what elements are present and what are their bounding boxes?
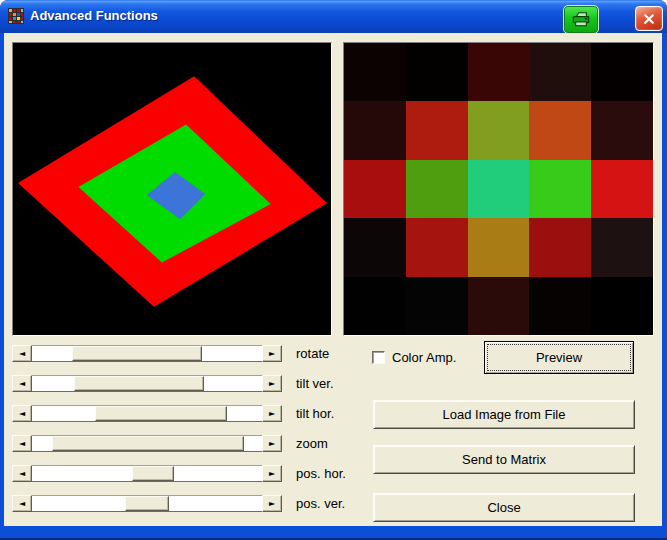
slider-label: tilt ver.: [296, 375, 334, 392]
scroll-left-arrow[interactable]: ◄: [12, 465, 32, 482]
load-image-button[interactable]: Load Image from File: [373, 400, 635, 429]
matrix-cell-r1c2: [468, 101, 530, 159]
slider-row-pos-hor: ◄ ► pos. hor.: [12, 465, 362, 482]
matrix-cell-r0c4: [591, 43, 653, 101]
sliders: ◄ ► rotate ◄ ► tilt ver. ◄ ► tilt hor.: [12, 345, 362, 525]
matrix-cell-r2c1: [406, 160, 468, 218]
scrollbar-pos-hor[interactable]: ◄ ►: [12, 465, 282, 482]
window: Advanced Functions ◄: [0, 0, 667, 540]
matrix-cell-r4c2: [468, 277, 530, 335]
color-amp-checkbox[interactable]: [372, 351, 385, 364]
slider-label: tilt hor.: [296, 405, 334, 422]
slider-label: pos. ver.: [296, 495, 345, 512]
slider-row-rotate: ◄ ► rotate: [12, 345, 362, 362]
scroll-thumb[interactable]: [72, 346, 202, 361]
slider-label: pos. hor.: [296, 465, 346, 482]
scroll-thumb[interactable]: [52, 436, 244, 451]
matrix-cell-r4c1: [406, 277, 468, 335]
matrix-cell-r3c1: [406, 218, 468, 276]
matrix-grid: [344, 43, 653, 335]
matrix-preview-panel: [343, 42, 654, 336]
window-title: Advanced Functions: [30, 8, 158, 23]
color-amp-label: Color Amp.: [392, 350, 456, 365]
slider-row-tilt-ver: ◄ ► tilt ver.: [12, 375, 362, 392]
scroll-right-arrow[interactable]: ►: [262, 495, 282, 512]
matrix-cell-r1c0: [344, 101, 406, 159]
scroll-right-arrow[interactable]: ►: [262, 345, 282, 362]
matrix-cell-r2c3: [529, 160, 591, 218]
matrix-cell-r3c3: [529, 218, 591, 276]
scroll-track[interactable]: [32, 375, 262, 392]
scroll-track[interactable]: [32, 465, 262, 482]
scroll-thumb[interactable]: [132, 466, 174, 481]
scroll-track[interactable]: [32, 405, 262, 422]
matrix-cell-r4c0: [344, 277, 406, 335]
scroll-thumb[interactable]: [125, 496, 169, 511]
scroll-track[interactable]: [32, 495, 262, 512]
matrix-cell-r4c4: [591, 277, 653, 335]
scrollbar-rotate[interactable]: ◄ ►: [12, 345, 282, 362]
matrix-cell-r0c2: [468, 43, 530, 101]
matrix-cell-r0c1: [406, 43, 468, 101]
matrix-cell-r2c2: [468, 160, 530, 218]
scrollbar-tilt-hor[interactable]: ◄ ►: [12, 405, 282, 422]
scroll-track[interactable]: [32, 345, 262, 362]
scroll-right-arrow[interactable]: ►: [262, 435, 282, 452]
printer-icon: [568, 9, 594, 30]
scrollbar-zoom[interactable]: ◄ ►: [12, 435, 282, 452]
matrix-cell-r3c2: [468, 218, 530, 276]
scroll-left-arrow[interactable]: ◄: [12, 405, 32, 422]
slider-label: rotate: [296, 345, 329, 362]
scroll-track[interactable]: [32, 435, 262, 452]
scroll-left-arrow[interactable]: ◄: [12, 375, 32, 392]
scroll-left-arrow[interactable]: ◄: [12, 345, 32, 362]
scroll-left-arrow[interactable]: ◄: [12, 435, 32, 452]
send-to-matrix-button[interactable]: Send to Matrix: [373, 445, 635, 474]
matrix-cell-r3c4: [591, 218, 653, 276]
dialog-body: ◄ ► rotate ◄ ► tilt ver. ◄ ► tilt hor.: [4, 33, 662, 526]
matrix-cell-r4c3: [529, 277, 591, 335]
scroll-left-arrow[interactable]: ◄: [12, 495, 32, 512]
slider-row-pos-ver: ◄ ► pos. ver.: [12, 495, 362, 512]
slider-row-zoom: ◄ ► zoom: [12, 435, 362, 452]
scroll-right-arrow[interactable]: ►: [262, 375, 282, 392]
close-icon: [643, 13, 655, 25]
print-button[interactable]: [563, 5, 599, 34]
matrix-cell-r0c0: [344, 43, 406, 101]
slider-row-tilt-hor: ◄ ► tilt hor.: [12, 405, 362, 422]
color-amp-row: Color Amp.: [372, 350, 456, 365]
close-window-button[interactable]: [635, 6, 663, 31]
matrix-cell-r0c3: [529, 43, 591, 101]
matrix-cell-r1c1: [406, 101, 468, 159]
matrix-cell-r3c0: [344, 218, 406, 276]
close-button[interactable]: Close: [373, 493, 635, 522]
matrix-cell-r2c4: [591, 160, 653, 218]
scroll-right-arrow[interactable]: ►: [262, 465, 282, 482]
matrix-cell-r1c4: [591, 101, 653, 159]
scrollbar-pos-ver[interactable]: ◄ ►: [12, 495, 282, 512]
scroll-thumb[interactable]: [74, 376, 204, 391]
app-icon: [8, 8, 24, 24]
titlebar: Advanced Functions: [0, 0, 667, 33]
scroll-thumb[interactable]: [95, 406, 227, 421]
scrollbar-tilt-ver[interactable]: ◄ ►: [12, 375, 282, 392]
matrix-cell-r1c3: [529, 101, 591, 159]
matrix-cell-r2c0: [344, 160, 406, 218]
slider-label: zoom: [296, 435, 328, 452]
preview-button[interactable]: Preview: [484, 341, 634, 374]
projection-svg: [13, 43, 331, 335]
projection-preview-panel: [12, 42, 332, 336]
scroll-right-arrow[interactable]: ►: [262, 405, 282, 422]
